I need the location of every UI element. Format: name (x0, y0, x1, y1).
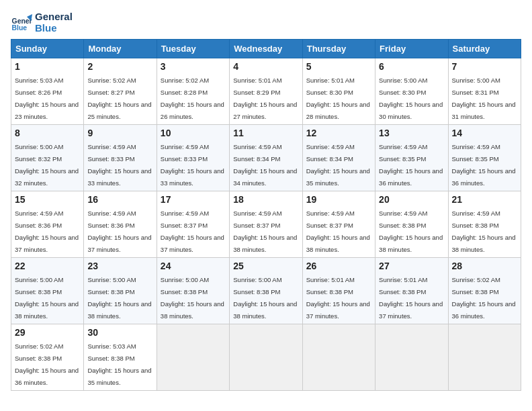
calendar-cell: 19 Sunrise: 4:59 AMSunset: 8:37 PMDaylig… (302, 191, 375, 258)
day-number: 4 (233, 61, 298, 72)
calendar-cell: 15 Sunrise: 4:59 AMSunset: 8:36 PMDaylig… (11, 191, 84, 258)
day-number: 24 (161, 261, 226, 271)
calendar-cell: 6 Sunrise: 5:00 AMSunset: 8:30 PMDayligh… (375, 58, 448, 125)
weekday-monday: Monday (84, 40, 157, 58)
day-number: 7 (452, 61, 517, 72)
page-header: General Blue General Blue (11, 11, 521, 34)
calendar-cell: 8 Sunrise: 5:00 AMSunset: 8:32 PMDayligh… (11, 125, 84, 191)
calendar-week-1: 8 Sunrise: 5:00 AMSunset: 8:32 PMDayligh… (11, 125, 521, 191)
day-info: Sunrise: 4:59 AMSunset: 8:33 PMDaylight:… (87, 143, 151, 187)
day-info: Sunrise: 5:00 AMSunset: 8:30 PMDaylight:… (379, 77, 443, 120)
day-number: 30 (87, 327, 152, 338)
calendar-cell (157, 324, 229, 391)
day-info: Sunrise: 5:02 AMSunset: 8:38 PMDaylight:… (452, 276, 516, 320)
day-number: 6 (379, 61, 444, 72)
day-number: 3 (161, 61, 226, 72)
day-number: 16 (87, 194, 152, 205)
day-info: Sunrise: 4:59 AMSunset: 8:36 PMDaylight:… (15, 210, 79, 253)
calendar-cell: 25 Sunrise: 5:00 AMSunset: 8:38 PMDaylig… (230, 258, 302, 324)
day-info: Sunrise: 5:02 AMSunset: 8:27 PMDaylight:… (87, 77, 151, 120)
day-number: 8 (15, 128, 80, 138)
day-info: Sunrise: 5:01 AMSunset: 8:29 PMDaylight:… (233, 77, 297, 120)
day-info: Sunrise: 5:02 AMSunset: 8:38 PMDaylight:… (15, 342, 79, 386)
day-number: 22 (15, 261, 80, 271)
calendar-cell: 21 Sunrise: 4:59 AMSunset: 8:38 PMDaylig… (448, 191, 521, 258)
weekday-thursday: Thursday (302, 40, 375, 58)
calendar-cell: 26 Sunrise: 5:01 AMSunset: 8:38 PMDaylig… (302, 258, 375, 324)
logo-text-blue: Blue (35, 22, 73, 34)
calendar-table: SundayMondayTuesdayWednesdayThursdayFrid… (11, 39, 521, 391)
day-number: 9 (87, 128, 152, 138)
calendar-week-3: 22 Sunrise: 5:00 AMSunset: 8:38 PMDaylig… (11, 258, 521, 324)
day-info: Sunrise: 4:59 AMSunset: 8:34 PMDaylight:… (306, 143, 370, 187)
logo: General Blue General Blue (11, 11, 73, 34)
svg-text:Blue: Blue (12, 24, 28, 32)
calendar-cell: 23 Sunrise: 5:00 AMSunset: 8:38 PMDaylig… (84, 258, 157, 324)
logo-icon: General Blue (11, 11, 32, 33)
calendar-cell: 17 Sunrise: 4:59 AMSunset: 8:37 PMDaylig… (157, 191, 229, 258)
day-number: 12 (306, 128, 371, 138)
day-info: Sunrise: 4:59 AMSunset: 8:37 PMDaylight:… (233, 210, 297, 253)
calendar-cell: 12 Sunrise: 4:59 AMSunset: 8:34 PMDaylig… (302, 125, 375, 191)
weekday-friday: Friday (375, 40, 448, 58)
day-number: 2 (87, 61, 152, 72)
day-number: 23 (87, 261, 152, 271)
day-info: Sunrise: 4:59 AMSunset: 8:38 PMDaylight:… (452, 210, 516, 253)
weekday-tuesday: Tuesday (157, 40, 229, 58)
weekday-saturday: Saturday (448, 40, 521, 58)
calendar-cell: 18 Sunrise: 4:59 AMSunset: 8:37 PMDaylig… (230, 191, 302, 258)
day-number: 26 (306, 261, 371, 271)
day-info: Sunrise: 5:00 AMSunset: 8:31 PMDaylight:… (452, 77, 516, 120)
day-info: Sunrise: 5:01 AMSunset: 8:30 PMDaylight:… (306, 77, 370, 120)
day-info: Sunrise: 5:00 AMSunset: 8:38 PMDaylight:… (161, 276, 224, 320)
calendar-cell (448, 324, 521, 391)
calendar-cell: 30 Sunrise: 5:03 AMSunset: 8:38 PMDaylig… (84, 324, 157, 391)
day-info: Sunrise: 4:59 AMSunset: 8:35 PMDaylight:… (452, 143, 516, 187)
calendar-cell: 24 Sunrise: 5:00 AMSunset: 8:38 PMDaylig… (157, 258, 229, 324)
calendar-cell: 10 Sunrise: 4:59 AMSunset: 8:33 PMDaylig… (157, 125, 229, 191)
day-info: Sunrise: 5:01 AMSunset: 8:38 PMDaylight:… (306, 276, 370, 320)
day-number: 5 (306, 61, 371, 72)
calendar-cell: 29 Sunrise: 5:02 AMSunset: 8:38 PMDaylig… (11, 324, 84, 391)
day-number: 25 (233, 261, 298, 271)
weekday-header-row: SundayMondayTuesdayWednesdayThursdayFrid… (11, 40, 521, 58)
day-number: 17 (161, 194, 226, 205)
calendar-cell (375, 324, 448, 391)
day-number: 19 (306, 194, 371, 205)
day-info: Sunrise: 4:59 AMSunset: 8:37 PMDaylight:… (161, 210, 224, 253)
day-number: 11 (233, 128, 298, 138)
logo-text-general: General (35, 11, 73, 22)
weekday-wednesday: Wednesday (230, 40, 302, 58)
day-info: Sunrise: 5:03 AMSunset: 8:26 PMDaylight:… (15, 77, 79, 120)
calendar-cell: 7 Sunrise: 5:00 AMSunset: 8:31 PMDayligh… (448, 58, 521, 125)
calendar-week-4: 29 Sunrise: 5:02 AMSunset: 8:38 PMDaylig… (11, 324, 521, 391)
calendar-cell: 11 Sunrise: 4:59 AMSunset: 8:34 PMDaylig… (230, 125, 302, 191)
day-number: 1 (15, 61, 80, 72)
day-info: Sunrise: 5:02 AMSunset: 8:28 PMDaylight:… (161, 77, 224, 120)
day-info: Sunrise: 4:59 AMSunset: 8:36 PMDaylight:… (87, 210, 151, 253)
day-info: Sunrise: 4:59 AMSunset: 8:33 PMDaylight:… (161, 143, 224, 187)
calendar-cell: 20 Sunrise: 4:59 AMSunset: 8:38 PMDaylig… (375, 191, 448, 258)
day-number: 13 (379, 128, 444, 138)
day-info: Sunrise: 5:00 AMSunset: 8:32 PMDaylight:… (15, 143, 79, 187)
calendar-cell: 28 Sunrise: 5:02 AMSunset: 8:38 PMDaylig… (448, 258, 521, 324)
calendar-cell: 13 Sunrise: 4:59 AMSunset: 8:35 PMDaylig… (375, 125, 448, 191)
day-info: Sunrise: 4:59 AMSunset: 8:35 PMDaylight:… (379, 143, 443, 187)
calendar-cell (230, 324, 302, 391)
day-number: 15 (15, 194, 80, 205)
day-info: Sunrise: 4:59 AMSunset: 8:37 PMDaylight:… (306, 210, 370, 253)
calendar-cell (302, 324, 375, 391)
day-info: Sunrise: 4:59 AMSunset: 8:38 PMDaylight:… (379, 210, 443, 253)
calendar-cell: 5 Sunrise: 5:01 AMSunset: 8:30 PMDayligh… (302, 58, 375, 125)
day-number: 20 (379, 194, 444, 205)
day-info: Sunrise: 5:00 AMSunset: 8:38 PMDaylight:… (87, 276, 151, 320)
day-number: 18 (233, 194, 298, 205)
calendar-cell: 4 Sunrise: 5:01 AMSunset: 8:29 PMDayligh… (230, 58, 302, 125)
day-number: 28 (452, 261, 517, 271)
day-info: Sunrise: 5:00 AMSunset: 8:38 PMDaylight:… (233, 276, 297, 320)
day-number: 27 (379, 261, 444, 271)
calendar-cell: 2 Sunrise: 5:02 AMSunset: 8:27 PMDayligh… (84, 58, 157, 125)
day-info: Sunrise: 5:00 AMSunset: 8:38 PMDaylight:… (15, 276, 79, 320)
calendar-cell: 1 Sunrise: 5:03 AMSunset: 8:26 PMDayligh… (11, 58, 84, 125)
day-info: Sunrise: 4:59 AMSunset: 8:34 PMDaylight:… (233, 143, 297, 187)
